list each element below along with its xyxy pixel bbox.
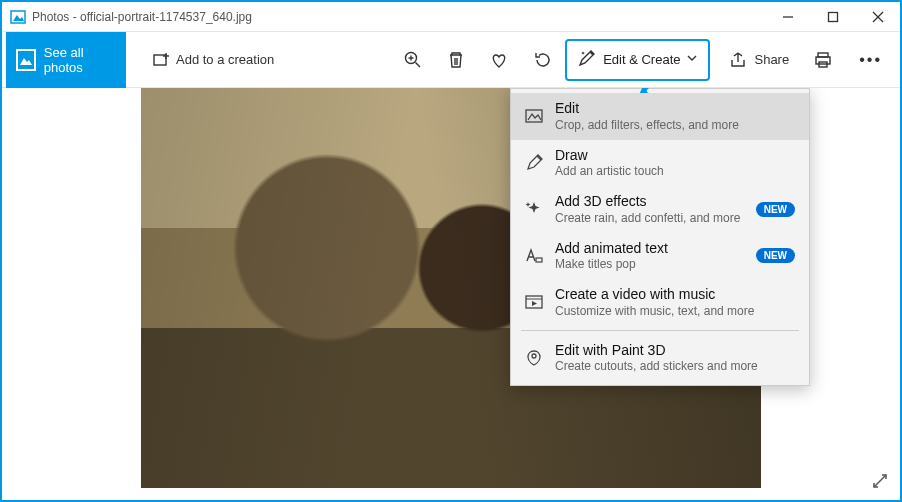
menu-item-title: Edit [555, 100, 795, 118]
more-icon: ••• [859, 51, 882, 69]
menu-item-draw[interactable]: Draw Add an artistic touch [511, 140, 809, 187]
menu-item-subtitle: Create rain, add confetti, and more [555, 211, 746, 226]
menu-item-subtitle: Crop, add filters, effects, and more [555, 118, 795, 133]
favorite-button[interactable] [477, 40, 521, 80]
menu-item-subtitle: Customize with music, text, and more [555, 304, 795, 319]
sparkle-icon [523, 198, 545, 220]
see-all-photos-label: See all photos [44, 45, 116, 75]
delete-button[interactable] [435, 40, 477, 80]
svg-point-23 [532, 354, 536, 358]
add-icon [152, 51, 170, 69]
menu-item-animated-text[interactable]: Add animated text Make titles pop NEW [511, 233, 809, 280]
menu-separator [521, 330, 799, 331]
menu-item-subtitle: Make titles pop [555, 257, 746, 272]
menu-item-3d-effects[interactable]: Add 3D effects Create rain, add confetti… [511, 186, 809, 233]
see-all-photos-button[interactable]: See all photos [6, 32, 126, 88]
zoom-icon [403, 50, 423, 70]
video-icon [523, 291, 545, 313]
edit-icon [523, 105, 545, 127]
zoom-button[interactable] [391, 40, 435, 80]
close-button[interactable] [855, 2, 900, 32]
edit-and-create-menu: Edit Crop, add filters, effects, and mor… [510, 88, 810, 386]
menu-item-edit[interactable]: Edit Crop, add filters, effects, and mor… [511, 93, 809, 140]
svg-line-11 [416, 62, 421, 67]
menu-item-subtitle: Create cutouts, add stickers and more [555, 359, 795, 374]
add-to-creation-button[interactable]: Add to a creation [140, 40, 286, 80]
edit-create-icon [577, 48, 597, 71]
share-label: Share [754, 52, 789, 67]
share-icon [728, 50, 748, 70]
titlebar: Photos - official-portrait-1174537_640.j… [2, 2, 900, 32]
share-button[interactable]: Share [716, 40, 801, 80]
toolbar: See all photos Add to a creation [2, 32, 900, 88]
svg-rect-19 [536, 258, 542, 262]
menu-item-title: Add animated text [555, 240, 746, 258]
add-to-creation-label: Add to a creation [176, 52, 274, 67]
menu-item-create-video[interactable]: Create a video with music Customize with… [511, 279, 809, 326]
svg-rect-3 [828, 12, 837, 21]
svg-marker-6 [20, 58, 32, 65]
resize-handle-icon[interactable] [870, 471, 890, 494]
app-icon [10, 9, 26, 25]
svg-marker-1 [13, 15, 24, 21]
content-area: Edit Crop, add filters, effects, and mor… [2, 88, 900, 500]
maximize-button[interactable] [810, 2, 855, 32]
rotate-icon [533, 50, 553, 70]
trash-icon [447, 50, 465, 70]
minimize-button[interactable] [765, 2, 810, 32]
edit-and-create-label: Edit & Create [603, 52, 680, 67]
menu-item-title: Edit with Paint 3D [555, 342, 795, 360]
menu-item-title: Draw [555, 147, 795, 165]
heart-icon [489, 50, 509, 70]
new-badge: NEW [756, 202, 795, 217]
photos-icon [16, 49, 36, 71]
animated-text-icon [523, 245, 545, 267]
menu-item-title: Create a video with music [555, 286, 795, 304]
print-button[interactable] [801, 40, 845, 80]
rotate-button[interactable] [521, 40, 565, 80]
window-title: Photos - official-portrait-1174537_640.j… [32, 10, 252, 24]
svg-rect-15 [816, 57, 830, 64]
menu-item-title: Add 3D effects [555, 193, 746, 211]
new-badge: NEW [756, 248, 795, 263]
menu-item-subtitle: Add an artistic touch [555, 164, 795, 179]
svg-marker-22 [532, 301, 537, 306]
print-icon [813, 50, 833, 70]
more-button[interactable]: ••• [845, 40, 896, 80]
menu-item-paint-3d[interactable]: Edit with Paint 3D Create cutouts, add s… [511, 335, 809, 382]
paint3d-icon [523, 347, 545, 369]
app-window: Photos - official-portrait-1174537_640.j… [0, 0, 902, 502]
pen-icon [523, 152, 545, 174]
chevron-down-icon [686, 52, 698, 67]
edit-and-create-button[interactable]: Edit & Create [565, 39, 710, 81]
svg-line-24 [874, 475, 886, 487]
